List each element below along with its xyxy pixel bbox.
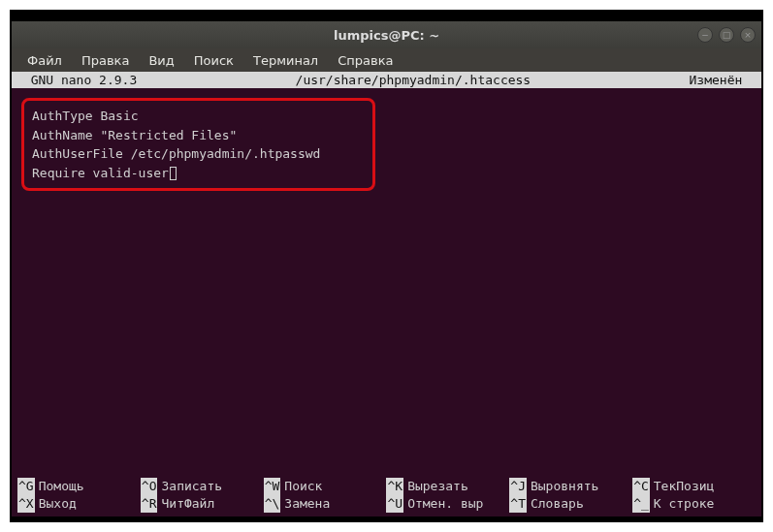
shortcut-label: Вырезать [407,478,468,495]
shortcut-label: Записать [161,478,222,495]
shortcut-key: ^K [386,478,403,495]
menu-terminal[interactable]: Терминал [245,51,326,70]
menu-search[interactable]: Поиск [186,51,242,70]
shortcut-key: ^U [386,495,403,513]
titlebar: lumpics@PC: ~ − □ × [12,21,761,48]
shortcut-row-2: ^X Выход ^R ЧитФайл ^\ Замена ^U Отмен. … [17,495,756,513]
shortcut-key: ^J [509,478,527,495]
minimize-icon: − [701,30,709,40]
shortcut-uncut: ^U Отмен. выр [386,495,509,513]
app-window: lumpics@PC: ~ − □ × Файл Правка Вид Поис… [10,10,763,522]
maximize-button[interactable]: □ [719,27,734,43]
shortcut-justify: ^J Выровнять [509,478,632,495]
menubar: Файл Правка Вид Поиск Терминал Справка [12,48,761,72]
shortcut-cut: ^K Вырезать [386,478,509,495]
shortcut-replace: ^\ Замена [264,495,387,513]
shortcut-key: ^X [17,495,35,513]
editor-line-text: Require valid-user [32,166,169,180]
shortcut-key: ^O [141,478,158,495]
shortcut-label: Словарь [531,495,584,513]
nano-app-name: GNU nano 2.9.3 [16,72,137,88]
shortcut-key: ^W [264,478,281,495]
shortcut-label: Выровнять [531,478,598,495]
shortcut-position: ^C ТекПозиц [632,478,756,495]
shortcut-key: ^\ [264,495,281,513]
nano-status: Изменён [690,72,757,88]
editor-area[interactable]: AuthType Basic AuthName "Restricted File… [17,88,756,191]
shortcut-key: ^C [632,478,650,495]
shortcut-key: ^_ [632,495,650,513]
content-highlight: AuthType Basic AuthName "Restricted File… [21,98,375,191]
shortcut-exit: ^X Выход [17,495,141,513]
close-button[interactable]: × [740,27,756,43]
shortcut-label: Помощь [39,478,84,495]
window-controls: − □ × [697,27,756,43]
shortcut-label: Отмен. выр [407,495,483,513]
shortcut-row-1: ^G Помощь ^O Записать ^W Поиск ^K Выреза… [17,478,756,495]
shortcut-label: ЧитФайл [161,495,214,513]
shortcut-search: ^W Поиск [264,478,387,495]
menu-edit[interactable]: Правка [74,51,137,70]
shortcut-help: ^G Помощь [17,478,141,495]
terminal-area[interactable]: GNU nano 2.9.3 /usr/share/phpmyadmin/.ht… [12,72,761,516]
menu-view[interactable]: Вид [141,51,181,70]
shortcut-label: Замена [284,495,330,513]
menu-help[interactable]: Справка [330,51,401,70]
menu-file[interactable]: Файл [19,51,70,70]
shortcut-label: Поиск [284,478,322,495]
window-title: lumpics@PC: ~ [334,28,439,43]
shortcut-readfile: ^R ЧитФайл [141,495,264,513]
minimize-button[interactable]: − [697,27,713,43]
editor-line: AuthUserFile /etc/phpmyadmin/.htpasswd [32,144,365,164]
shortcut-gotoline: ^_ К строке [632,495,756,513]
maximize-icon: □ [723,30,731,40]
nano-file-path: /usr/share/phpmyadmin/.htaccess [137,72,689,88]
editor-line: AuthName "Restricted Files" [32,126,365,145]
shortcut-key: ^R [141,495,158,513]
shortcut-label: ТекПозиц [654,478,715,495]
shortcut-spell: ^T Словарь [509,495,632,513]
shortcut-label: К строке [654,495,715,513]
shortcut-key: ^T [509,495,527,513]
shortcut-label: Выход [39,495,77,513]
close-icon: × [744,30,752,40]
shortcut-bar: ^G Помощь ^O Записать ^W Поиск ^K Выреза… [17,478,756,513]
nano-header: GNU nano 2.9.3 /usr/share/phpmyadmin/.ht… [12,72,761,88]
cursor-icon [170,167,177,180]
editor-line: Require valid-user [32,164,365,183]
shortcut-key: ^G [17,478,35,495]
shortcut-writeout: ^O Записать [141,478,264,495]
editor-line: AuthType Basic [32,107,365,126]
